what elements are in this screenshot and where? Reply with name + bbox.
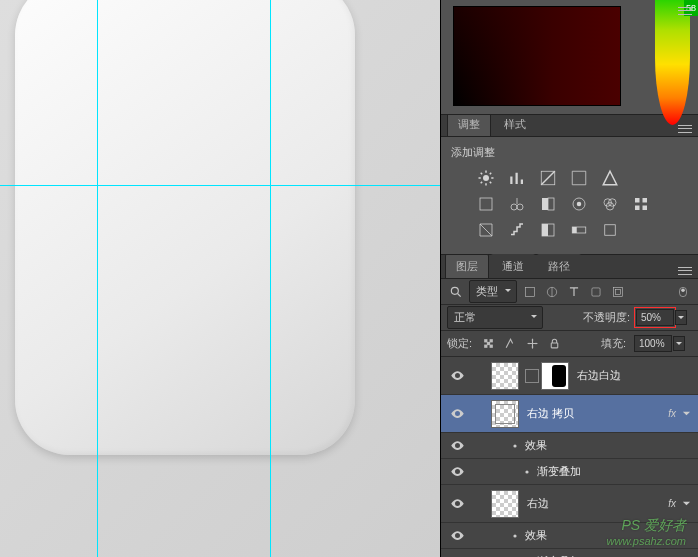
layer-row[interactable]: 右边 拷贝 fx: [441, 395, 698, 433]
fill-dropdown-arrow[interactable]: [673, 336, 685, 351]
mask-thumbnail[interactable]: [541, 362, 569, 390]
filter-toggle-switch[interactable]: [674, 283, 692, 301]
filter-smart-icon[interactable]: [609, 283, 627, 301]
layers-tabs: 图层 通道 路径: [441, 255, 698, 279]
effect-label[interactable]: 效果: [525, 438, 698, 453]
adjustments-title: 添加调整: [451, 145, 688, 160]
fx-expand-icon[interactable]: [680, 498, 692, 510]
svg-rect-25: [613, 287, 622, 296]
adjustments-panel: 调整 样式 添加调整: [441, 115, 698, 255]
svg-rect-34: [551, 343, 558, 348]
layer-filter-row: 类型: [441, 279, 698, 305]
fill-label: 填充:: [601, 336, 626, 351]
color-lookup-icon[interactable]: [630, 194, 652, 214]
lock-label: 锁定:: [447, 336, 472, 351]
svg-rect-32: [484, 345, 487, 348]
layer-name[interactable]: 右边 拷贝: [527, 406, 668, 421]
artwork-shape: [15, 0, 355, 455]
fill-input[interactable]: 100%: [634, 335, 672, 352]
hue-wheel[interactable]: [655, 0, 690, 125]
fx-badge[interactable]: fx: [668, 498, 676, 509]
svg-rect-5: [542, 198, 548, 210]
curves-icon[interactable]: [537, 168, 559, 188]
tab-paths[interactable]: 路径: [537, 254, 581, 278]
vibrance-icon[interactable]: [599, 168, 621, 188]
brightness-icon[interactable]: [475, 168, 497, 188]
svg-rect-6: [548, 198, 554, 210]
filter-type-dropdown[interactable]: 类型: [469, 280, 517, 303]
blend-mode-dropdown[interactable]: 正常: [447, 306, 543, 329]
panels-column: 58 调整 样式 添加调整: [440, 0, 698, 557]
tab-channels[interactable]: 通道: [491, 254, 535, 278]
gradient-map-icon[interactable]: [568, 220, 590, 240]
layer-effect-row[interactable]: 渐变叠加: [441, 459, 698, 485]
canvas-area[interactable]: [0, 0, 440, 557]
opacity-input[interactable]: 50%: [636, 309, 674, 326]
svg-point-4: [517, 204, 523, 210]
layer-effect-row[interactable]: 渐变叠加: [441, 549, 698, 557]
svg-rect-33: [489, 345, 492, 348]
color-balance-icon[interactable]: [506, 194, 528, 214]
opacity-dropdown-arrow[interactable]: [675, 310, 687, 325]
panel-menu-icon[interactable]: [676, 264, 694, 278]
layer-name[interactable]: 右边: [527, 496, 668, 511]
lock-pixels-icon[interactable]: [502, 336, 518, 352]
effect-bullet-icon: [521, 468, 533, 476]
svg-rect-26: [616, 289, 621, 294]
effect-label[interactable]: 渐变叠加: [537, 464, 698, 479]
svg-point-8: [577, 202, 582, 207]
hue-sat-icon[interactable]: [475, 194, 497, 214]
channel-mixer-icon[interactable]: [599, 194, 621, 214]
visibility-toggle[interactable]: [441, 464, 473, 479]
tab-layers[interactable]: 图层: [445, 254, 489, 278]
levels-icon[interactable]: [506, 168, 528, 188]
guide-horizontal[interactable]: [0, 185, 440, 186]
layer-effect-row[interactable]: 效果: [441, 433, 698, 459]
invert-icon[interactable]: [475, 220, 497, 240]
layer-thumbnail[interactable]: [491, 400, 519, 428]
svg-rect-22: [525, 287, 534, 296]
layer-thumbnail[interactable]: [491, 490, 519, 518]
fx-expand-icon[interactable]: [680, 408, 692, 420]
tab-styles[interactable]: 样式: [493, 112, 537, 136]
svg-rect-24: [592, 287, 600, 295]
guide-vertical-1[interactable]: [97, 0, 98, 557]
visibility-toggle[interactable]: [441, 406, 473, 421]
guide-vertical-2[interactable]: [270, 0, 271, 557]
search-icon[interactable]: [447, 283, 465, 301]
lock-transparency-icon[interactable]: [480, 336, 496, 352]
adjustment-icons-row-1: [451, 168, 688, 188]
panel-menu-icon[interactable]: [676, 122, 694, 136]
svg-point-37: [513, 534, 516, 537]
filter-shape-icon[interactable]: [587, 283, 605, 301]
layer-name[interactable]: 右边白边: [577, 368, 698, 383]
visibility-toggle[interactable]: [441, 438, 473, 453]
svg-rect-15: [643, 206, 648, 211]
visibility-toggle[interactable]: [441, 368, 473, 383]
layer-thumbnail[interactable]: [491, 362, 519, 390]
svg-point-35: [513, 444, 516, 447]
exposure-icon[interactable]: [568, 168, 590, 188]
filter-adjustment-icon[interactable]: [543, 283, 561, 301]
link-mask-icon[interactable]: [525, 369, 539, 383]
tab-adjustments[interactable]: 调整: [447, 112, 491, 136]
posterize-icon[interactable]: [506, 220, 528, 240]
color-field[interactable]: [453, 6, 621, 106]
selective-color-icon[interactable]: [599, 220, 621, 240]
filter-pixel-icon[interactable]: [521, 283, 539, 301]
adjustments-tabs: 调整 样式: [441, 115, 698, 137]
panel-menu-icon[interactable]: [676, 4, 694, 18]
black-white-icon[interactable]: [537, 194, 559, 214]
visibility-toggle[interactable]: [441, 528, 473, 543]
visibility-toggle[interactable]: [441, 496, 473, 511]
layer-row[interactable]: 右边白边: [441, 357, 698, 395]
fx-badge[interactable]: fx: [668, 408, 676, 419]
lock-all-icon[interactable]: [546, 336, 562, 352]
effect-bullet-icon: [509, 532, 521, 540]
photo-filter-icon[interactable]: [568, 194, 590, 214]
threshold-icon[interactable]: [537, 220, 559, 240]
filter-type-icon[interactable]: [565, 283, 583, 301]
adjustment-icons-row-2: [451, 194, 688, 214]
svg-point-21: [451, 287, 458, 294]
lock-position-icon[interactable]: [524, 336, 540, 352]
